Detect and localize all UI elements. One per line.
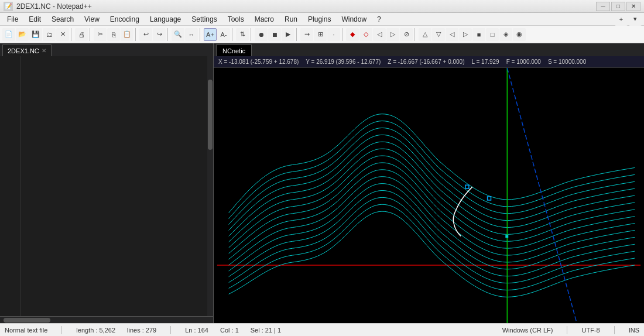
svg-rect-7 bbox=[505, 235, 508, 238]
sep1 bbox=[71, 28, 73, 41]
code-area[interactable] bbox=[21, 56, 207, 316]
status-ln: Ln : 164 bbox=[185, 327, 208, 334]
status-sel: Sel : 21 | 1 bbox=[251, 327, 281, 334]
zoom-out-button[interactable]: A- bbox=[217, 28, 230, 41]
open-file-button[interactable]: 📂 bbox=[16, 28, 29, 41]
sep3 bbox=[135, 28, 138, 41]
record-macro-button[interactable]: ⏺ bbox=[255, 28, 268, 41]
menu-window[interactable]: Window bbox=[337, 14, 371, 25]
menu-encoding[interactable]: Encoding bbox=[105, 14, 144, 25]
maximize-button[interactable]: □ bbox=[611, 2, 625, 11]
menu-help[interactable]: ? bbox=[372, 14, 386, 25]
extra8-button[interactable]: ◉ bbox=[513, 28, 526, 41]
copy-button[interactable]: ⎘ bbox=[107, 28, 120, 41]
menu-tools[interactable]: Tools bbox=[223, 14, 249, 25]
extra2-button[interactable]: ▽ bbox=[432, 28, 445, 41]
app-icon: 📝 bbox=[4, 2, 13, 11]
menu-settings[interactable]: Settings bbox=[187, 14, 221, 25]
status-sep4 bbox=[614, 326, 615, 334]
sep4 bbox=[167, 28, 170, 41]
h-scroll-thumb[interactable] bbox=[4, 318, 50, 323]
sep8 bbox=[296, 28, 299, 41]
find-button[interactable]: 🔍 bbox=[172, 28, 184, 41]
sep10 bbox=[415, 28, 417, 41]
extra5-button[interactable]: ■ bbox=[472, 28, 485, 41]
info-x: X = -13.081 (-25.759 + 12.678) bbox=[218, 59, 299, 65]
status-lines: lines : 279 bbox=[127, 327, 156, 334]
line-numbers bbox=[0, 56, 21, 316]
extra4-button[interactable]: ▷ bbox=[459, 28, 472, 41]
info-z: Z = -16.667 (-16.667 + 0.000) bbox=[388, 59, 464, 65]
save-all-button[interactable]: 🗂 bbox=[43, 28, 56, 41]
redo-button[interactable]: ↪ bbox=[153, 28, 166, 41]
menu-run[interactable]: Run bbox=[280, 14, 302, 25]
marker3-button[interactable]: ◁ bbox=[373, 28, 386, 41]
info-l: L = 17.929 bbox=[472, 59, 499, 65]
indent-guides-button[interactable]: ⊞ bbox=[314, 28, 327, 41]
info-f: F = 1000.000 bbox=[506, 59, 541, 65]
sep5 bbox=[200, 28, 202, 41]
sep9 bbox=[342, 28, 344, 41]
editor-scrollbar[interactable] bbox=[207, 56, 213, 316]
print-button[interactable]: 🖨 bbox=[75, 28, 88, 41]
extra6-button[interactable]: □ bbox=[486, 28, 499, 41]
sep7 bbox=[251, 28, 253, 41]
zoom-in-button[interactable]: A+ bbox=[204, 28, 217, 41]
editor-panel: 2DEX1.NC ✕ bbox=[0, 43, 214, 323]
cut-button[interactable]: ✂ bbox=[94, 28, 107, 41]
viewer-canvas[interactable] bbox=[214, 68, 644, 323]
editor-tab-active[interactable]: 2DEX1.NC ✕ bbox=[2, 44, 52, 56]
play-macro-button[interactable]: ▶ bbox=[282, 28, 294, 41]
wrap-button[interactable]: ⇝ bbox=[300, 28, 313, 41]
open-session-button[interactable]: ▾ bbox=[629, 13, 642, 26]
marker5-button[interactable]: ⊘ bbox=[400, 28, 413, 41]
status-bar: Normal text file length : 5,262 lines : … bbox=[0, 323, 644, 336]
close-button[interactable]: ✕ bbox=[626, 2, 640, 11]
editor-tab-close[interactable]: ✕ bbox=[42, 47, 46, 54]
menu-macro[interactable]: Macro bbox=[250, 14, 279, 25]
toolpath-svg bbox=[214, 68, 644, 323]
status-ins: INS bbox=[629, 327, 639, 334]
marker1-button[interactable]: ◆ bbox=[346, 28, 359, 41]
close-file-button[interactable]: ✕ bbox=[56, 28, 69, 41]
viewer-tab-active[interactable]: NCnetic bbox=[216, 44, 252, 56]
title-bar: 📝 2DEX1.NC - Notepad++ ─ □ ✕ bbox=[0, 0, 644, 13]
marker4-button[interactable]: ▷ bbox=[386, 28, 399, 41]
viewer-tabs: NCnetic bbox=[214, 43, 644, 56]
editor-content[interactable] bbox=[0, 56, 213, 316]
sep2 bbox=[90, 28, 92, 41]
horizontal-scrollbar[interactable] bbox=[0, 316, 213, 323]
marker2-button[interactable]: ◇ bbox=[359, 28, 372, 41]
viewer-panel: NCnetic X = -13.081 (-25.759 + 12.678) Y… bbox=[214, 43, 644, 323]
menu-search[interactable]: Search bbox=[47, 14, 78, 25]
menu-file[interactable]: File bbox=[2, 14, 23, 25]
toolbar: 📄 📂 💾 🗂 ✕ 🖨 ✂ ⎘ 📋 ↩ ↪ 🔍 ↔ A+ A- ⇅ ⏺ ⏹ ▶ … bbox=[0, 26, 644, 43]
new-file-button[interactable]: 📄 bbox=[2, 28, 15, 41]
menu-bar: File Edit Search View Encoding Language … bbox=[0, 13, 644, 26]
scrollbar-thumb[interactable] bbox=[208, 80, 213, 150]
save-file-button[interactable]: 💾 bbox=[29, 28, 42, 41]
undo-button[interactable]: ↩ bbox=[139, 28, 152, 41]
extra7-button[interactable]: ◈ bbox=[499, 28, 512, 41]
minimize-button[interactable]: ─ bbox=[596, 2, 610, 11]
viewer-tab-label: NCnetic bbox=[222, 47, 245, 54]
new-session-button[interactable]: + bbox=[615, 13, 628, 26]
status-file-type: Normal text file bbox=[5, 327, 47, 334]
sync-scroll-button[interactable]: ⇅ bbox=[236, 28, 249, 41]
extra1-button[interactable]: △ bbox=[419, 28, 431, 41]
menu-language[interactable]: Language bbox=[145, 14, 186, 25]
menu-edit[interactable]: Edit bbox=[24, 14, 46, 25]
whitespace-button[interactable]: · bbox=[327, 28, 340, 41]
editor-tabs: 2DEX1.NC ✕ bbox=[0, 43, 213, 56]
info-s: S = 10000.000 bbox=[548, 59, 586, 65]
paste-button[interactable]: 📋 bbox=[121, 28, 133, 41]
window-controls: ─ □ ✕ bbox=[596, 2, 640, 11]
status-length: length : 5,262 bbox=[76, 327, 115, 334]
status-sep3 bbox=[567, 326, 567, 334]
menu-plugins[interactable]: Plugins bbox=[303, 14, 335, 25]
extra3-button[interactable]: ◁ bbox=[446, 28, 458, 41]
menu-view[interactable]: View bbox=[80, 14, 104, 25]
replace-button[interactable]: ↔ bbox=[185, 28, 198, 41]
window-title: 2DEX1.NC - Notepad++ bbox=[16, 2, 92, 11]
stop-macro-button[interactable]: ⏹ bbox=[268, 28, 281, 41]
